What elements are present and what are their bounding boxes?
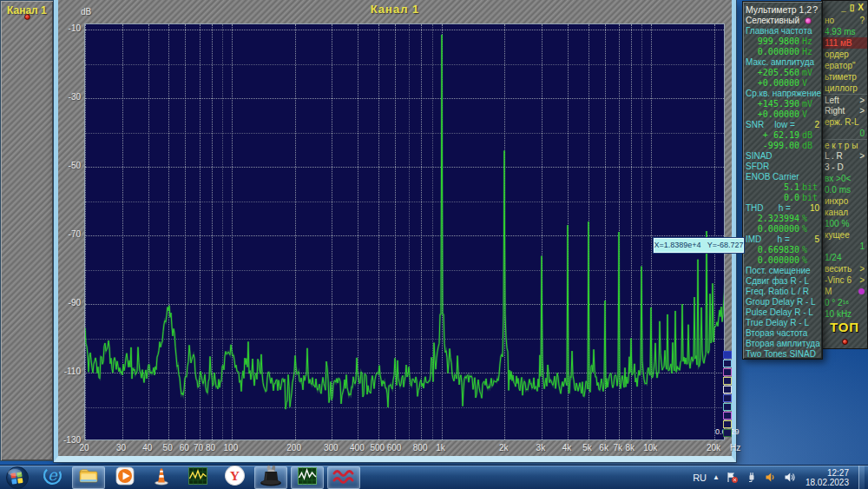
multimeter-measure-label[interactable]: SFDR [743,162,822,172]
taskbar-waves[interactable] [327,466,360,489]
control-panel-item[interactable]: L . R> [822,150,867,162]
item-arrow: ? [859,15,865,26]
volume-icon[interactable] [783,471,796,484]
value-unit: % [802,224,819,235]
item-label: -Vinc 6 [825,274,852,286]
marker-swatch[interactable] [723,429,732,437]
taskbar-ie[interactable]: e [36,466,69,489]
item-label: весить [825,263,852,274]
control-panel-item[interactable]: но? [822,15,867,26]
marker-swatch[interactable] [723,403,732,411]
value-number: 0.000000 [746,255,802,266]
maximize-button[interactable]: ▯ [850,3,855,15]
multimeter-measure-label[interactable]: Вторая амплитуда [743,339,822,349]
multimeter-measure-label[interactable]: SINAD [743,151,822,162]
taskbar-yandex[interactable]: Y [218,466,251,489]
multimeter-measure-label[interactable]: Главная частота [743,26,822,36]
taskbar-analyzer[interactable] [291,466,324,489]
marker-swatch[interactable] [723,377,732,385]
start-button[interactable] [3,466,32,489]
multimeter-measure-label[interactable]: Freq. Ratio L / R [743,287,822,297]
close-button[interactable]: X [858,3,864,15]
control-panel-item[interactable]: М [822,286,867,297]
multimeter-mode[interactable]: Селективный [743,16,822,26]
value-number: 0.000000 [746,224,802,235]
marker-swatch[interactable] [723,412,732,420]
taskbar-vlc[interactable] [145,466,178,489]
multimeter-measure-label[interactable]: Group Delay R - L [743,297,822,307]
item-label: 1 [859,241,865,252]
multimeter-measure-label[interactable]: Пост. смещение [743,266,822,276]
control-panel-item[interactable]: вх >0< [822,173,867,184]
control-panel-item[interactable]: 0 ° 2¹⁶ [822,297,867,308]
taskbar-magician[interactable] [254,466,287,489]
multimeter-help-button[interactable]: ? [812,3,819,16]
control-panel-item[interactable]: е к т р ы [822,139,867,150]
item-label: инхро [825,195,848,207]
x-tick-label: 300 [324,443,339,453]
cursor-readout-tooltip: X=1.8389e+4 Y=-68.727 [653,237,745,254]
control-panel-item[interactable]: ерж. R-L [822,116,867,128]
control-panel-item[interactable]: 100 % [822,218,867,229]
multimeter-measure-label[interactable]: True Delay R - L [743,318,822,328]
power-plug-icon[interactable] [745,471,758,484]
marker-swatch[interactable] [723,394,732,402]
minimize-button[interactable]: _ [841,3,846,15]
marker-palette[interactable] [723,351,733,438]
marker-swatch[interactable] [723,420,732,428]
spectrum-plot[interactable] [84,23,725,440]
multimeter-title-row[interactable]: Мультиметр 1,2 ? [743,3,822,16]
control-panel-item[interactable]: Left> [822,94,867,105]
control-panel-item[interactable]: 1 [822,241,867,252]
control-panel-item[interactable]: 111 мВ [822,37,867,49]
value-unit: mV [802,68,819,78]
tray-language[interactable]: RU [693,472,707,483]
multimeter-measure-label[interactable]: Вторая частота [743,328,822,339]
audio-device-icon[interactable] [764,471,777,484]
svg-text:Y: Y [229,468,239,483]
control-panel-item[interactable]: -Vinc 6> [822,274,867,286]
show-desktop-button[interactable] [858,466,865,489]
control-panel-item[interactable]: ьтиметр [822,71,867,83]
tray-expand-icon[interactable]: ▲ [713,473,720,481]
marker-swatch[interactable] [723,360,732,367]
control-panel-item[interactable]: 1/24 [822,252,867,263]
control-panel-item[interactable]: 4.93 ms [822,26,867,37]
control-panel-item[interactable]: кущее [822,229,867,241]
taskbar-scope-yellow[interactable] [181,466,214,489]
control-panel-item[interactable]: 0 [822,128,867,139]
value-unit: mV [802,99,819,109]
multimeter-param-row[interactable]: SNRlow =2 [743,120,822,130]
control-panel-item[interactable]: весить> [822,263,867,274]
marker-swatch[interactable] [723,368,732,376]
control-panel-item[interactable]: Right> [822,105,867,116]
control-panel-item[interactable]: инхро [822,195,867,207]
multimeter-measure-label[interactable]: Макс. амплитуда [743,57,822,68]
multimeter-measure-label[interactable]: Pulse Delay R - L [743,307,822,318]
spectrum-window-title[interactable]: Канал 1 [58,0,732,21]
tray-clock[interactable]: 12:27 18.02.2023 [802,468,852,487]
multimeter-measure-label[interactable]: Сдвиг фаз R - L [743,276,822,287]
multimeter-measure-label[interactable]: ENOB Carrier [743,172,822,182]
taskbar-buttons: eY [32,466,360,489]
action-center-flag-icon[interactable] [726,471,739,484]
multimeter-measure-label[interactable]: Ср.кв. напряжение [743,89,822,99]
channel-1-window-strip[interactable]: Канал 1 [0,0,54,461]
control-panel-item[interactable]: 0.0 ms [822,184,867,195]
param-number: 5 [806,235,819,245]
control-panel-item[interactable]: 10 kHz [822,308,867,320]
stop-button[interactable]: ТОП [822,320,867,337]
multimeter-param-row[interactable]: THDh =10 [743,203,822,214]
control-panel-item[interactable]: циллогр [822,83,867,94]
taskbar-explorer[interactable] [72,466,105,489]
marker-swatch[interactable] [723,351,732,359]
taskbar-media-player[interactable] [108,466,141,489]
multimeter-value: 2.323994% [743,214,822,224]
control-panel-item[interactable]: канал [822,207,867,218]
control-panel-item[interactable]: 3 - D [822,162,867,173]
multimeter-measure-label[interactable]: Two Tones SINAD [743,349,822,360]
multimeter-param-row[interactable]: IMDh =5 [743,235,822,245]
control-panel-item[interactable]: ордер [822,49,867,60]
marker-swatch[interactable] [723,386,732,393]
control-panel-item[interactable]: ератор" [822,60,867,71]
